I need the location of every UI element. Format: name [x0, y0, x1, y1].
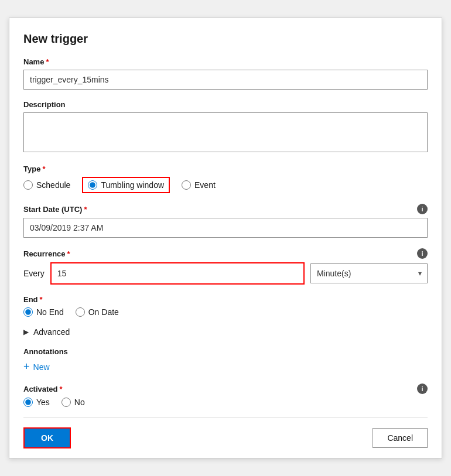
activated-no-radio[interactable] — [62, 398, 71, 407]
type-schedule-radio[interactable] — [23, 180, 33, 190]
type-schedule-option[interactable]: Schedule — [23, 180, 70, 190]
activated-no-option[interactable]: No — [62, 398, 85, 407]
advanced-label: Advanced — [33, 327, 70, 337]
start-date-label-row: Start Date (UTC) * i — [23, 204, 428, 214]
end-field-group: End * No End On Date — [23, 295, 428, 317]
activated-options-row: Yes No — [23, 398, 428, 407]
activated-yes-radio[interactable] — [23, 398, 33, 407]
name-field-group: Name * — [23, 57, 428, 90]
advanced-section[interactable]: ▶ Advanced — [23, 327, 428, 337]
type-tumbling-radio[interactable] — [88, 180, 97, 190]
name-required-star: * — [46, 57, 49, 66]
end-on-date-option[interactable]: On Date — [76, 307, 119, 317]
end-no-end-radio[interactable] — [23, 307, 33, 317]
unit-select[interactable]: Minute(s) Hour(s) Day(s) — [310, 263, 428, 283]
recurrence-info-icon[interactable]: i — [417, 248, 428, 259]
advanced-arrow-icon: ▶ — [23, 328, 29, 336]
dialog-footer: OK Cancel — [23, 417, 428, 458]
end-label: End * — [23, 295, 428, 304]
end-no-end-option[interactable]: No End — [23, 307, 64, 317]
end-on-date-label: On Date — [88, 307, 119, 317]
type-label: Type * — [23, 165, 428, 173]
description-input[interactable] — [23, 112, 428, 152]
recurrence-label-row: Recurrence * i — [23, 248, 428, 259]
recurrence-row: Every Minute(s) Hour(s) Day(s) ▾ — [23, 262, 428, 285]
type-event-label: Event — [194, 180, 216, 190]
recurrence-value-input[interactable] — [52, 263, 303, 283]
activated-info-icon[interactable]: i — [417, 383, 428, 394]
type-event-option[interactable]: Event — [182, 180, 216, 190]
new-trigger-dialog: New trigger Name * Description Type * Sc… — [9, 18, 442, 458]
type-field-group: Type * Schedule Tumbling window Event — [23, 165, 428, 193]
activated-yes-label: Yes — [36, 398, 50, 407]
start-date-input[interactable] — [23, 218, 428, 238]
dialog-title: New trigger — [23, 32, 428, 46]
activated-required-star: * — [60, 385, 63, 393]
activated-field-group: Activated * i Yes No — [23, 383, 428, 407]
end-required-star: * — [40, 295, 43, 304]
start-date-info-icon[interactable]: i — [417, 204, 428, 214]
activated-no-label: No — [74, 398, 85, 407]
start-date-label: Start Date (UTC) * — [23, 205, 87, 214]
description-label: Description — [23, 100, 428, 109]
cancel-button[interactable]: Cancel — [373, 428, 428, 448]
type-required-star: * — [42, 165, 45, 173]
start-date-field-group: Start Date (UTC) * i — [23, 204, 428, 238]
recurrence-required-star: * — [67, 249, 70, 258]
end-options-row: No End On Date — [23, 307, 428, 317]
end-on-date-radio[interactable] — [76, 307, 85, 317]
type-tumbling-option[interactable]: Tumbling window — [82, 177, 170, 193]
description-field-group: Description — [23, 100, 428, 154]
start-date-required-star: * — [84, 205, 87, 214]
end-no-end-label: No End — [36, 307, 64, 317]
recurrence-field-group: Recurrence * i Every Minute(s) Hour(s) D… — [23, 248, 428, 285]
type-schedule-label: Schedule — [36, 180, 70, 190]
annotations-section: Annotations + New — [23, 347, 428, 373]
new-label: New — [33, 362, 50, 372]
type-options-row: Schedule Tumbling window Event — [23, 177, 428, 193]
type-event-radio[interactable] — [182, 180, 191, 190]
ok-button[interactable]: OK — [23, 427, 71, 448]
plus-icon: + — [23, 361, 30, 373]
recurrence-label: Recurrence * — [23, 249, 70, 258]
activated-label: Activated * — [23, 385, 63, 393]
annotations-label: Annotations — [23, 347, 428, 356]
annotations-new-button[interactable]: + New — [23, 361, 50, 373]
activated-label-row: Activated * i — [23, 383, 428, 394]
type-tumbling-label: Tumbling window — [101, 180, 164, 190]
name-input[interactable] — [23, 70, 428, 90]
activated-yes-option[interactable]: Yes — [23, 398, 50, 407]
recurrence-input-wrap — [50, 262, 305, 285]
name-label: Name * — [23, 57, 428, 66]
unit-select-wrap: Minute(s) Hour(s) Day(s) ▾ — [310, 263, 428, 283]
every-label: Every — [23, 269, 45, 278]
